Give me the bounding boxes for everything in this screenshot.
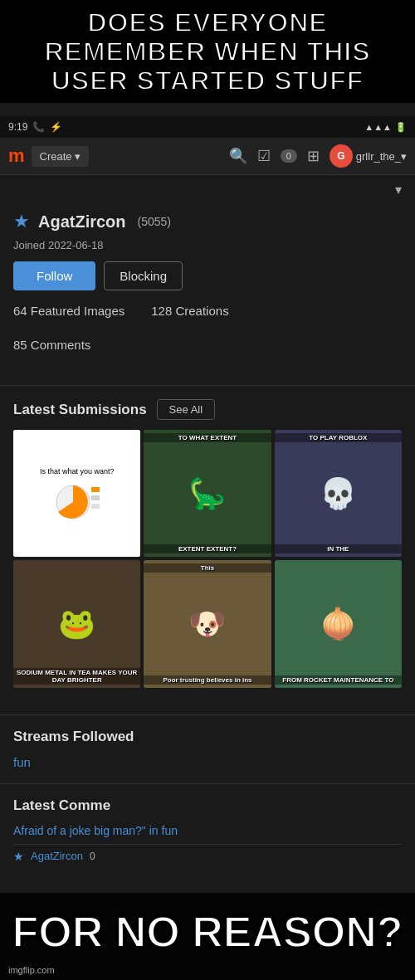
shrek-meme: 🧅 FROM ROCKET MAINTENANCE TO xyxy=(275,560,402,687)
profile-header: ★ AgatZircon (5055) xyxy=(13,211,402,232)
create-button[interactable]: Create ▾ xyxy=(32,146,90,167)
see-all-button[interactable]: See All xyxy=(157,399,215,420)
skeleton-caption-top: TO PLAY ROBLOX xyxy=(275,433,402,442)
image-grid: Is that what you want? TO WHAT EXTENT 🦕 … xyxy=(13,430,402,688)
profile-joined: Joined 2022-06-18 xyxy=(13,239,402,251)
nav-icons: 🔍 ☑ 0 ⊞ G grllr_the_▾ xyxy=(229,144,407,168)
comment-preview-link[interactable]: Afraid of a joke big man?" in fun xyxy=(13,824,402,837)
watermark: imgflip.com xyxy=(8,965,55,975)
stat-creations: 128 Creations xyxy=(151,304,228,318)
pie-text: Is that what you want? xyxy=(40,467,115,475)
meme-image-3[interactable]: TO PLAY ROBLOX 💀 IN THE xyxy=(275,430,402,557)
status-bar-right: ▲▲▲ 🔋 xyxy=(364,122,407,133)
follow-button[interactable]: Follow xyxy=(13,261,95,290)
doge-caption-top: This xyxy=(144,563,271,573)
user-menu[interactable]: G grllr_the_▾ xyxy=(330,144,407,168)
profile-name: AgatZircon xyxy=(38,212,126,232)
meme-bottom-text: FOR NO REASON? xyxy=(8,909,407,955)
meme-overlay-bottom: FOR NO REASON? imgflip.com xyxy=(0,893,415,980)
status-call-icon: 📞 xyxy=(32,121,45,133)
shrek-caption: FROM ROCKET MAINTENANCE TO xyxy=(275,675,402,685)
pie-meme: Is that what you want? xyxy=(13,430,140,557)
meme-image-6[interactable]: 🧅 FROM ROCKET MAINTENANCE TO xyxy=(275,560,402,687)
meme-image-2[interactable]: TO WHAT EXTENT 🦕 EXTENT EXTENT? xyxy=(144,430,271,557)
shrek-emoji: 🧅 xyxy=(320,607,357,641)
kermit-emoji: 🐸 xyxy=(58,607,95,641)
pie-chart xyxy=(50,479,104,520)
divider-2 xyxy=(0,714,415,715)
comments-section: Latest Comme Afraid of a joke big man?" … xyxy=(0,797,415,868)
doge-caption-bottom: Poor trusting believes in ins xyxy=(144,675,271,685)
stats-row-2: 85 Comments xyxy=(13,338,402,355)
stream-item-fun[interactable]: fun xyxy=(13,755,31,769)
comments-header: Latest Comme xyxy=(13,797,402,814)
signal-icon: ▲▲▲ xyxy=(364,122,392,132)
divider-1 xyxy=(0,385,415,386)
stat-featured: 64 Featured Images xyxy=(13,304,124,318)
status-time: 9:19 xyxy=(8,121,27,133)
comment-star-icon: ★ xyxy=(13,850,24,863)
dino-emoji: 🦕 xyxy=(188,476,226,511)
user-label: grllr_the_▾ xyxy=(356,150,407,163)
nav-bar: m Create ▾ 🔍 ☑ 0 ⊞ G grllr_the_▾ xyxy=(0,138,415,175)
status-signal: ⚡ xyxy=(50,121,62,133)
user-avatar: G xyxy=(330,144,353,168)
streams-header: Streams Followed xyxy=(13,729,402,745)
svg-rect-3 xyxy=(91,504,100,509)
search-icon[interactable]: 🔍 xyxy=(229,147,247,165)
skeleton-emoji: 💀 xyxy=(320,476,357,511)
meme-image-4[interactable]: 🐸 SODIUM METAL IN TEA MAKES YOUR DAY BRI… xyxy=(13,560,140,687)
meme-image-5[interactable]: This 🐶 Poor trusting believes in ins xyxy=(144,560,271,687)
streams-title: Streams Followed xyxy=(13,729,134,745)
doge-emoji: 🐶 xyxy=(188,607,226,641)
profile-actions: Follow Blocking xyxy=(13,261,402,290)
svg-rect-2 xyxy=(91,495,100,500)
profile-star-icon: ★ xyxy=(13,211,30,232)
comments-title: Latest Comme xyxy=(13,797,110,814)
meme-overlay-top: DOES EVERYONE REMEMBER WHEN THIS USER ST… xyxy=(0,0,415,103)
stat-comments: 85 Comments xyxy=(13,338,90,352)
dropdown-row: ▾ xyxy=(0,175,415,204)
checkbox-icon[interactable]: ☑ xyxy=(257,147,271,165)
blocking-button[interactable]: Blocking xyxy=(104,261,183,290)
meme-top-text: DOES EVERYONE REMEMBER WHEN THIS USER ST… xyxy=(7,8,408,96)
notification-count[interactable]: 0 xyxy=(281,149,297,163)
submissions-section: Latest Submissions See All Is that what … xyxy=(0,399,415,714)
kermit-meme: 🐸 SODIUM METAL IN TEA MAKES YOUR DAY BRI… xyxy=(13,560,140,687)
divider-3 xyxy=(0,783,415,784)
skeleton-meme: TO PLAY ROBLOX 💀 IN THE xyxy=(275,430,402,557)
dino-meme: TO WHAT EXTENT 🦕 EXTENT EXTENT? xyxy=(144,430,271,557)
comment-score: 0 xyxy=(90,851,95,862)
profile-section: ★ AgatZircon (5055) Joined 2022-06-18 Fo… xyxy=(0,204,415,385)
stats-row: 64 Featured Images 128 Creations xyxy=(13,304,402,321)
status-bar: 9:19 📞 ⚡ ▲▲▲ 🔋 xyxy=(0,116,415,138)
dino-caption-bottom: EXTENT EXTENT? xyxy=(144,544,271,553)
battery-icon: 🔋 xyxy=(395,122,407,133)
comment-username[interactable]: AgatZircon xyxy=(31,850,83,862)
submissions-header: Latest Submissions See All xyxy=(13,399,402,420)
grid-icon[interactable]: ⊞ xyxy=(307,147,320,165)
dropdown-arrow[interactable]: ▾ xyxy=(395,182,402,197)
comment-row: ★ AgatZircon 0 xyxy=(13,844,402,868)
streams-section: Streams Followed fun xyxy=(0,729,415,770)
submissions-title: Latest Submissions xyxy=(13,402,147,418)
profile-points: (5055) xyxy=(138,215,171,228)
kermit-caption: SODIUM METAL IN TEA MAKES YOUR DAY BRIGH… xyxy=(13,668,140,685)
doge-meme: This 🐶 Poor trusting believes in ins xyxy=(144,560,271,687)
dino-caption-top: TO WHAT EXTENT xyxy=(144,433,271,442)
site-logo[interactable]: m xyxy=(8,145,25,167)
svg-rect-1 xyxy=(91,487,100,492)
skeleton-caption-bottom: IN THE xyxy=(275,544,402,553)
meme-image-1[interactable]: Is that what you want? xyxy=(13,430,140,557)
status-bar-left: 9:19 📞 ⚡ xyxy=(8,121,62,133)
